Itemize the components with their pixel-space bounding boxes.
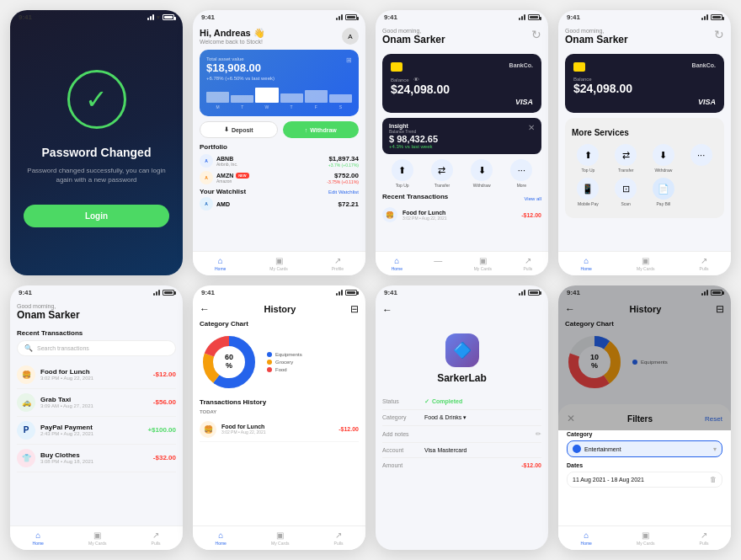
bank-card-3: BankCo. Balance 👁 $24,098.00 VISA: [382, 54, 541, 113]
insight-change: +4.3% vs last week: [389, 144, 438, 149]
status-bar-7: 9:41: [376, 285, 548, 298]
filter-icon-6[interactable]: ⊟: [350, 303, 359, 315]
svc-withdraw[interactable]: ⬇ Withdraw: [648, 144, 680, 173]
back-arrow-7[interactable]: ←: [382, 304, 392, 316]
txn-food-3[interactable]: 🍔 Food for Lunch 3:02 PM • Aug 22, 2021 …: [382, 207, 541, 222]
nav-home-4[interactable]: ⌂ Home: [581, 256, 592, 271]
nav-pulls-8[interactable]: ↗ Pulls: [700, 531, 709, 546]
bank-card-4: BankCo. Balance $24,098.00 VISA: [565, 54, 724, 113]
nav-pulls-3[interactable]: ↗ Pulls: [523, 256, 532, 271]
search-bar-5[interactable]: 🔍 Search transactions: [17, 340, 176, 356]
sb72: [521, 291, 523, 296]
txn-list-paypal[interactable]: P PayPal Payment 2:43 PM • Aug 22, 2021 …: [17, 417, 176, 445]
service-transfer[interactable]: ⇄ Transfer: [431, 159, 453, 188]
svc-more[interactable]: ···: [685, 144, 717, 173]
bar-s: [329, 94, 352, 103]
nav-dash-3[interactable]: —: [434, 256, 442, 271]
filter-option-label-entertainment: Entertainment: [584, 446, 710, 452]
nav-cards-6[interactable]: ▣ My Cards: [271, 531, 289, 546]
greeting-row: Hi, Andreas 👋 Welcome back to Stock! A: [200, 28, 359, 45]
svc-scan[interactable]: ⊡ Scan: [610, 178, 642, 206]
svc-transfer-icon: ⇄: [615, 144, 637, 166]
edit-pencil-icon-7[interactable]: ✏: [536, 430, 541, 438]
more-services-content: Good morning, Onam Sarker ↻ BankCo. Bala…: [558, 23, 731, 251]
more-services-greeting: Good morning, Onam Sarker: [565, 28, 628, 51]
refresh-icon-3[interactable]: ↻: [531, 28, 541, 41]
history-food-item-6[interactable]: 🍔 Food for Lunch 3:02 PM • Aug 22, 2021 …: [200, 418, 359, 442]
view-all-3[interactable]: View all: [524, 196, 541, 201]
bottom-nav-3: ⌂ Home — ▣ My Cards ↗ Pulls: [376, 251, 548, 275]
nav-home-label-3: Home: [392, 266, 402, 271]
svc-mobile-pay[interactable]: 📱 Mobile Pay: [572, 178, 605, 206]
nav-cards-4[interactable]: ▣ My Cards: [637, 256, 654, 271]
stock-row-abnb[interactable]: A ABNB Airbnb, Inc. $1,897.34 +3.7% (+0.…: [200, 154, 359, 168]
user-name-3: Onam Sarker: [382, 34, 445, 45]
portfolio-section: Portfolio A ABNB Airbnb, Inc. $1,897.34 …: [200, 143, 359, 184]
stock-row-amzn[interactable]: A AMZN NEW Amazon $752.00 -3.75% (+0.11%…: [200, 171, 359, 184]
legend-label-grocery: Grocery: [275, 360, 293, 365]
txn-food-amount-5: -$12.00: [153, 371, 176, 378]
watchlist-header: Your Watchlist Edit Watchlist: [200, 188, 359, 195]
filter-option-entertainment[interactable]: Entertainment ▾: [567, 440, 722, 457]
svc-mobile-pay-label: Mobile Pay: [578, 201, 599, 206]
portfolio-title: Portfolio: [200, 143, 359, 151]
donut-chart-6: 60%: [200, 333, 259, 392]
asset-expand-icon[interactable]: ⊞: [346, 56, 352, 64]
nav-pulls-label-2: Profile: [332, 266, 344, 271]
withdraw-button[interactable]: ↑ Withdraw: [283, 121, 360, 138]
services-grid-row1: ⬆ Top Up ⇄ Transfer ⬇ Withdraw ···: [572, 144, 717, 173]
service-more[interactable]: ··· More: [510, 159, 532, 188]
category-value-7[interactable]: Food & Drinks ▾: [424, 414, 466, 421]
withdraw-label: Withdraw: [473, 183, 491, 188]
txn-list-food[interactable]: 🍔 Food for Lunch 3:02 PM • Aug 22, 2021 …: [17, 361, 176, 389]
nav-cards-5[interactable]: ▣ My Cards: [88, 531, 106, 546]
history-section-title-6: Transactions History: [200, 398, 359, 406]
eye-icon-3[interactable]: 👁: [413, 77, 419, 83]
asset-info: Total asset value $18,908.00 +6.78% (+6.…: [206, 56, 275, 81]
service-withdraw[interactable]: ⬇ Withdraw: [471, 159, 493, 188]
home-icon-3: ⌂: [394, 256, 399, 265]
refresh-icon-4[interactable]: ↻: [714, 28, 724, 41]
txn-list-taxi[interactable]: 🚕 Grab Taxi 3:09 AM • Aug 27, 2021 -$56.…: [17, 389, 176, 417]
nav-home-5[interactable]: ⌂ Home: [33, 531, 44, 546]
nav-home-3[interactable]: ⌂ Home: [392, 256, 402, 271]
nav-pulls-2[interactable]: ↗ Profile: [332, 256, 344, 271]
sb41: [701, 18, 703, 20]
nav-cards-3[interactable]: ▣ My Cards: [474, 256, 492, 271]
nav-pulls-4[interactable]: ↗ Pulls: [700, 256, 709, 271]
nav-home-2[interactable]: ⌂ Home: [215, 256, 226, 271]
txn-taxi-date-5: 3:09 AM • Aug 27, 2021: [40, 403, 148, 408]
edit-watchlist-link[interactable]: Edit Watchlist: [328, 189, 359, 195]
service-topup[interactable]: ⬆ Top Up: [392, 159, 413, 188]
insight-left: Insight Balance Trend $ 98,432.65 +4.3% …: [389, 123, 438, 149]
home-icon-4: ⌂: [584, 256, 589, 265]
greeting-sub: Welcome back to Stock!: [200, 39, 265, 45]
detail-status-row: Status ✓ Completed: [382, 394, 541, 410]
nav-pulls-6[interactable]: ↗ Pulls: [334, 531, 344, 546]
finance-content: Hi, Andreas 👋 Welcome back to Stock! A T…: [193, 23, 365, 251]
legend-dot-food: [267, 367, 272, 372]
status-icons-5: [153, 290, 174, 296]
phone-more-services: 9:41 Good morning, Onam Sarker ↻ BankCo.…: [558, 10, 731, 275]
svc-topup[interactable]: ⬆ Top Up: [572, 144, 605, 173]
nav-home-8[interactable]: ⌂ Home: [581, 531, 592, 546]
nav-cards-8[interactable]: ▣ My Cards: [637, 531, 654, 546]
nav-pulls-5[interactable]: ↗ Pulls: [152, 531, 161, 546]
svc-pay-bill[interactable]: 📄 Pay Bill: [648, 178, 680, 206]
legend-equipments: Equipments: [267, 352, 302, 357]
insight-close-button[interactable]: ✕: [528, 123, 535, 132]
nav-cards-2[interactable]: ▣ My Cards: [269, 256, 287, 271]
completed-text-7: Completed: [432, 398, 462, 404]
date-range-row[interactable]: 11 Aug 2021 - 18 Aug 2021 🗑: [567, 472, 722, 488]
login-button[interactable]: Login: [24, 205, 169, 227]
txn-list-clothes[interactable]: 👕 Buy Clothes 3:08 PM • Aug 18, 2021 -$3…: [17, 445, 176, 472]
donut-label-6: 60%: [225, 353, 233, 371]
deposit-button[interactable]: ⬇ Deposit: [200, 121, 278, 138]
transactions-section-3: Recent Transactions View all 🍔 Food for …: [382, 193, 541, 222]
back-arrow-6[interactable]: ←: [200, 303, 210, 315]
svc-transfer[interactable]: ⇄ Transfer: [610, 144, 642, 173]
nav-home-6[interactable]: ⌂ Home: [216, 531, 227, 546]
watch-item-amd[interactable]: A AMD $72.21: [200, 197, 359, 211]
stock-info-amzn: AMZN NEW Amazon: [216, 173, 249, 184]
nav-cards-label-3: My Cards: [474, 266, 492, 271]
